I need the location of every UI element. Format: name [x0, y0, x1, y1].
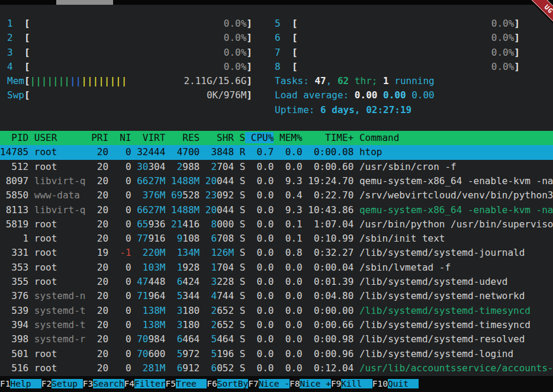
cpu-meter-4: 4 [0.0%] [7, 60, 252, 74]
process-row-355[interactable]: 355 root 20 0 47448 6424 3228 S 0.0 0.0 … [0, 275, 553, 289]
process-row-5819[interactable]: 5819 root 20 0 65936 21416 8000 S 0.0 0.… [0, 217, 553, 232]
process-row-376[interactable]: 376 systemd-n 20 0 71964 5344 4744 S 0.0… [0, 289, 553, 303]
cpu-meter-7: 7 [0.0%] [275, 46, 520, 60]
column-header-cpu[interactable]: CPU% [245, 132, 274, 143]
cpu-meter-2: 2 [0.0%] [7, 31, 252, 45]
terminal-screen: UG 1 [0.0%]2 [0.0%]3 [0.0%]4 [0.0%]Mem[|… [0, 0, 553, 392]
process-row-14785[interactable]: 14785 root 20 0 32444 4700 3848 R 0.7 0.… [0, 145, 553, 159]
process-row-8113[interactable]: 8113 libvirt-q 20 0 6627M 1488M 20044 S … [0, 203, 553, 217]
memory-meter: Mem[|||||||||||||||||2.11G/15.6G] [7, 74, 252, 88]
cpu-meter-1: 1 [0.0%] [7, 17, 252, 31]
process-row-394[interactable]: 394 systemd-t 20 0 138M 3180 2652 S 0.0 … [0, 318, 553, 332]
footer-key-f5[interactable]: F5Tree [165, 376, 207, 392]
footer-key-f3[interactable]: F3Search [83, 376, 124, 392]
process-row-5850[interactable]: 5850 www-data 20 0 376M 69528 23092 S 0.… [0, 188, 553, 203]
uptime: Uptime: 6 days, 02:27:19 [275, 103, 520, 117]
footer-key-f1[interactable]: F1Help [0, 376, 41, 392]
process-row-353[interactable]: 353 root 20 0 103M 1928 1704 S 0.0 0.0 0… [0, 261, 553, 275]
column-header-command[interactable]: Command [353, 132, 399, 143]
browser-chrome-fragment [0, 0, 553, 5]
process-rows: 14785 root 20 0 32444 4700 3848 R 0.7 0.… [0, 145, 553, 375]
header-right-column: 5 [0.0%]6 [0.0%]7 [0.0%]8 [0.0%]Tasks: 4… [275, 17, 520, 117]
column-header-mem[interactable]: MEM% [274, 132, 302, 143]
process-row-8097[interactable]: 8097 libvirt-q 20 0 6627M 1488M 20044 S … [0, 174, 553, 188]
process-table: PID USER PRI NI VIRT RES SHR S CPU% MEM%… [0, 131, 553, 375]
swap-meter: Swp[0K/976M] [7, 88, 252, 102]
table-header-row: PID USER PRI NI VIRT RES SHR S CPU% MEM%… [0, 131, 553, 145]
function-key-bar: F1Help F2Setup F3SearchF4FilterF5Tree F6… [0, 376, 553, 392]
process-row-539[interactable]: 539 systemd-t 20 0 138M 3180 2652 S 0.0 … [0, 304, 553, 318]
process-row-1[interactable]: 1 root 20 0 77916 9108 6708 S 0.0 0.1 0:… [0, 232, 553, 246]
column-header-user[interactable]: USER [28, 132, 85, 143]
process-row-398[interactable]: 398 systemd-r 20 0 70984 6464 5464 S 0.0… [0, 332, 553, 346]
footer-key-f2[interactable]: F2Setup [41, 376, 83, 392]
cpu-meter-8: 8 [0.0%] [275, 60, 520, 74]
browser-tab-fragment[interactable] [56, 0, 113, 5]
process-row-501[interactable]: 501 root 20 0 70600 5972 5196 S 0.0 0.0 … [0, 347, 553, 361]
column-header-time[interactable]: TIME+ [303, 132, 354, 143]
footer-key-f7[interactable]: F7Nice - [248, 376, 290, 392]
footer-key-f9[interactable]: F9Kill [331, 376, 372, 392]
column-header-virt[interactable]: VIRT [131, 132, 166, 143]
cpu-meter-3: 3 [0.0%] [7, 46, 252, 60]
header-left-column: 1 [0.0%]2 [0.0%]3 [0.0%]4 [0.0%]Mem[||||… [7, 17, 252, 117]
column-header-s[interactable]: S [234, 132, 245, 143]
cpu-meter-5: 5 [0.0%] [275, 17, 520, 31]
column-header-pri[interactable]: PRI [86, 132, 109, 143]
cpu-meter-6: 6 [0.0%] [275, 31, 520, 45]
tasks-summary: Tasks: 47, 62 thr; 1 running [275, 74, 520, 88]
column-header-pid[interactable]: PID [0, 132, 28, 143]
process-row-516[interactable]: 516 root 20 0 281M 6912 6052 S 0.0 0.0 0… [0, 361, 553, 375]
footer-key-f8[interactable]: F8Nice + [290, 376, 331, 392]
process-row-512[interactable]: 512 root 20 0 30304 2988 2704 S 0.0 0.0 … [0, 160, 553, 174]
column-header-res[interactable]: RES [165, 132, 200, 143]
column-header-ni[interactable]: NI [108, 132, 131, 143]
footer-key-f4[interactable]: F4Filter [124, 376, 166, 392]
load-average: Load average: 0.00 0.00 0.00 [275, 88, 520, 102]
process-row-331[interactable]: 331 root 19 -1 220M 134M 126M S 0.0 0.8 … [0, 246, 553, 260]
htop-header: 1 [0.0%]2 [0.0%]3 [0.0%]4 [0.0%]Mem[||||… [0, 5, 553, 117]
footer-key-f10[interactable]: F10Quit [372, 376, 419, 392]
footer-key-f6[interactable]: F6SortBy [207, 376, 248, 392]
column-header-shr[interactable]: SHR [200, 132, 234, 143]
